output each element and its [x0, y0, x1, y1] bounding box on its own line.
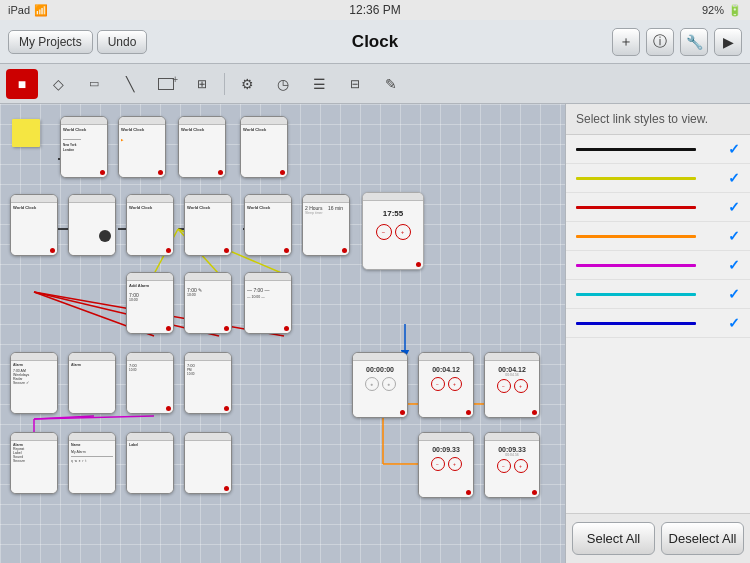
wifi-icon: 📶: [34, 4, 48, 17]
red-check: ✓: [728, 199, 740, 215]
edit-icon[interactable]: ✎: [375, 69, 407, 99]
status-time: 12:36 PM: [349, 3, 400, 17]
sticky-note[interactable]: [12, 119, 40, 147]
link-styles-list: ✓ ✓ ✓ ✓ ✓ ✓ ✓: [566, 135, 750, 513]
line-tool[interactable]: ╲: [114, 69, 146, 99]
screen-stopwatch-3[interactable]: 00:04.12 00:04.56 − +: [484, 352, 540, 418]
link-style-orange[interactable]: ✓: [566, 222, 750, 251]
magenta-line: [576, 264, 696, 267]
link-style-cyan[interactable]: ✓: [566, 280, 750, 309]
right-panel: Select link styles to view. ✓ ✓ ✓ ✓ ✓: [565, 104, 750, 563]
screen-s12[interactable]: Add Alarm 7:00 10:00: [126, 272, 174, 334]
separator-1: [224, 73, 225, 95]
frame-plus-tool[interactable]: +: [150, 69, 182, 99]
link-style-yellow[interactable]: ✓: [566, 164, 750, 193]
screen-s13[interactable]: 7:00 ✎ 10:00: [184, 272, 232, 334]
screen-s17[interactable]: 7:00 10:00: [126, 352, 174, 414]
blue-line: [576, 322, 696, 325]
settings-button[interactable]: 🔧: [680, 28, 708, 56]
magenta-check: ✓: [728, 257, 740, 273]
toolbar-right: ＋ ⓘ 🔧 ▶: [612, 28, 742, 56]
link-style-magenta[interactable]: ✓: [566, 251, 750, 280]
cyan-line: [576, 293, 696, 296]
yellow-line: [576, 177, 696, 180]
link-style-black[interactable]: ✓: [566, 135, 750, 164]
status-left: iPad 📶: [8, 4, 48, 17]
screen-s3[interactable]: World Clock: [178, 116, 226, 178]
screen-s1[interactable]: World Clock——————New YorkLondon: [60, 116, 108, 178]
black-line: [576, 148, 696, 151]
svg-line-12: [34, 416, 94, 419]
screen-s7[interactable]: World Clock: [126, 194, 174, 256]
panel-header: Select link styles to view.: [566, 104, 750, 135]
link-style-red[interactable]: ✓: [566, 193, 750, 222]
yellow-check: ✓: [728, 170, 740, 186]
black-check: ✓: [728, 141, 740, 157]
screen-s4[interactable]: World Clock: [240, 116, 288, 178]
status-right: 92% 🔋: [702, 4, 742, 17]
screen-s15[interactable]: Alarm 7:00 AM Weekdays Radar Snooze ✓: [10, 352, 58, 414]
panel-footer: Select All Deselect All: [566, 513, 750, 563]
info-button[interactable]: ⓘ: [646, 28, 674, 56]
screen-s20[interactable]: Name My Alarm qwert: [68, 432, 116, 494]
deselect-all-button[interactable]: Deselect All: [661, 522, 744, 555]
clock-icon[interactable]: ◷: [267, 69, 299, 99]
screen-s5[interactable]: World Clock: [10, 194, 58, 256]
red-line: [576, 206, 696, 209]
screen-tool[interactable]: ▭: [78, 69, 110, 99]
screen-s22[interactable]: [184, 432, 232, 494]
tool-row: ■ ◇ ▭ ╲ + ⊞ ⚙ ◷ ☰ ⊟ ✎: [0, 64, 750, 104]
status-bar: iPad 📶 12:36 PM 92% 🔋: [0, 0, 750, 20]
screen-s6[interactable]: [68, 194, 116, 256]
screen-s21[interactable]: Label: [126, 432, 174, 494]
screen-stopwatch-2[interactable]: 00:04.12 − +: [418, 352, 474, 418]
list-icon[interactable]: ☰: [303, 69, 335, 99]
page-title: Clock: [352, 32, 398, 52]
orange-check: ✓: [728, 228, 740, 244]
canvas[interactable]: World Clock——————New YorkLondon World Cl…: [0, 104, 565, 563]
select-all-button[interactable]: Select All: [572, 522, 655, 555]
my-projects-button[interactable]: My Projects: [8, 30, 93, 54]
screen-s11[interactable]: 17:55 − +: [362, 192, 424, 270]
battery-icon: 🔋: [728, 4, 742, 17]
play-button[interactable]: ▶: [714, 28, 742, 56]
arrow-tool[interactable]: ◇: [42, 69, 74, 99]
screen-stopwatch-5[interactable]: 00:09.33 00:04.56 − +: [484, 432, 540, 498]
screen-s2[interactable]: World Clock▶: [118, 116, 166, 178]
screen-s10[interactable]: 2 Hours 16 min Sleep timer: [302, 194, 350, 256]
screen-s9[interactable]: World Clock: [244, 194, 292, 256]
device-label: iPad: [8, 4, 30, 16]
screen-stopwatch-4[interactable]: 00:09.33 − +: [418, 432, 474, 498]
toolbar: My Projects Undo Clock ＋ ⓘ 🔧 ▶: [0, 20, 750, 64]
red-square-tool[interactable]: ■: [6, 69, 38, 99]
screen-s19[interactable]: Alarm Repeat Label Sound Snooze: [10, 432, 58, 494]
screen-stopwatch-1[interactable]: 00:00:00 ● ●: [352, 352, 408, 418]
add-button[interactable]: ＋: [612, 28, 640, 56]
blue-check: ✓: [728, 315, 740, 331]
link-style-blue[interactable]: ✓: [566, 309, 750, 338]
component-tool[interactable]: ⊞: [186, 69, 218, 99]
grid-icon[interactable]: ⊟: [339, 69, 371, 99]
screen-s14[interactable]: — 7:00 — — 10:00 —: [244, 272, 292, 334]
screen-s16[interactable]: Alarm: [68, 352, 116, 414]
screen-s18[interactable]: 7:00 PM 10:00: [184, 352, 232, 414]
main-area: World Clock——————New YorkLondon World Cl…: [0, 104, 750, 563]
battery-label: 92%: [702, 4, 724, 16]
undo-button[interactable]: Undo: [97, 30, 148, 54]
svg-line-13: [34, 416, 154, 419]
cyan-check: ✓: [728, 286, 740, 302]
gear-icon[interactable]: ⚙: [231, 69, 263, 99]
screen-s8[interactable]: World Clock: [184, 194, 232, 256]
orange-line: [576, 235, 696, 238]
